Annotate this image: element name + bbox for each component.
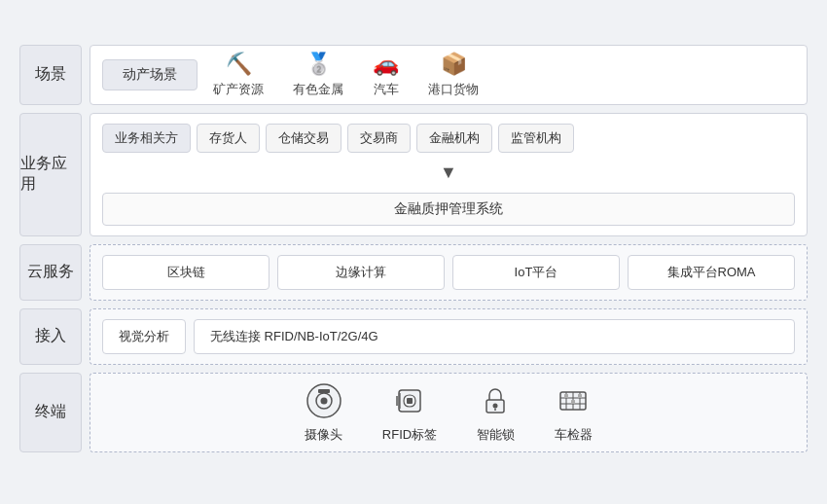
terminal-item-camera: 摄像头 (305, 381, 343, 444)
biz-top: 业务相关方 存货人 仓储交易 交易商 金融机构 监管机构 (102, 124, 795, 153)
arrow-down: ▼ (102, 162, 795, 183)
scene-items: ⛏️ 矿产资源 🥈 有色金属 🚗 汽车 📦 港口货物 (213, 52, 479, 98)
scene-item-car: 🚗 汽车 (373, 52, 399, 98)
terminal-item-lock: 智能锁 (476, 381, 515, 444)
scene-content: 动产场景 ⛏️ 矿产资源 🥈 有色金属 🚗 汽车 📦 港口货物 (90, 45, 808, 105)
cloud-content: 区块链 边缘计算 IoT平台 集成平台ROMA (90, 244, 808, 301)
access-row: 接入 视觉分析 无线连接 RFID/NB-IoT/2G/4G (19, 308, 808, 365)
biz-tag-main: 业务相关方 (102, 124, 191, 153)
access-label: 接入 (19, 308, 82, 365)
biz-tag-5: 监管机构 (498, 124, 574, 153)
biz-system: 金融质押管理系统 (102, 193, 795, 226)
terminal-item-rfid: RFID标签 (382, 381, 437, 444)
cloud-row: 云服务 区块链 边缘计算 IoT平台 集成平台ROMA (19, 244, 808, 301)
scene-main-tag: 动产场景 (102, 59, 198, 90)
terminal-label: 终端 (19, 373, 82, 452)
access-tag-1: 无线连接 RFID/NB-IoT/2G/4G (194, 319, 795, 354)
biz-row: 业务应用 业务相关方 存货人 仓储交易 交易商 金融机构 监管机构 ▼ 金融质押… (19, 113, 808, 236)
lock-icon (476, 381, 515, 420)
scene-item-label-cargo: 港口货物 (428, 81, 479, 98)
terminal-item-label-camera: 摄像头 (305, 426, 342, 444)
svg-point-2 (320, 397, 327, 404)
car-icon: 🚗 (373, 52, 399, 77)
scene-label: 场景 (19, 45, 82, 105)
terminal-item-vehicle-detector: 车检器 (554, 381, 593, 444)
scene-row: 场景 动产场景 ⛏️ 矿产资源 🥈 有色金属 🚗 汽车 📦 港口货物 (19, 45, 808, 105)
cloud-tag-0: 区块链 (102, 255, 270, 290)
rfid-icon (390, 381, 429, 420)
terminal-row: 终端 摄像头 (19, 373, 808, 452)
svg-point-9 (493, 403, 498, 408)
scene-item-cargo: 📦 港口货物 (428, 52, 479, 98)
access-content: 视觉分析 无线连接 RFID/NB-IoT/2G/4G (90, 308, 808, 365)
biz-tag-4: 金融机构 (416, 124, 492, 153)
terminal-item-label-rfid: RFID标签 (382, 426, 437, 444)
scene-item-label-mineral: 矿产资源 (213, 81, 264, 98)
access-tag-0: 视觉分析 (102, 319, 186, 354)
terminal-content: 摄像头 RFID标签 (90, 373, 808, 452)
scene-item-metal: 🥈 有色金属 (293, 52, 343, 98)
scene-item-label-car: 汽车 (374, 81, 399, 98)
biz-tag-1: 存货人 (197, 124, 260, 153)
biz-content: 业务相关方 存货人 仓储交易 交易商 金融机构 监管机构 ▼ 金融质押管理系统 (90, 113, 808, 236)
svg-rect-19 (578, 394, 582, 398)
metal-icon: 🥈 (306, 52, 332, 77)
vehicle-detector-icon (554, 381, 593, 420)
cloud-tag-3: 集成平台ROMA (628, 255, 795, 290)
terminal-item-label-lock: 智能锁 (477, 426, 515, 444)
svg-rect-5 (407, 398, 413, 404)
cloud-tag-2: IoT平台 (452, 255, 620, 290)
svg-rect-18 (571, 400, 575, 404)
camera-icon (305, 381, 343, 420)
svg-rect-3 (318, 389, 330, 393)
scene-item-mineral: ⛏️ 矿产资源 (213, 52, 264, 98)
cloud-tag-1: 边缘计算 (277, 255, 445, 290)
biz-tag-2: 仓储交易 (266, 124, 342, 153)
scene-item-label-metal: 有色金属 (293, 81, 343, 98)
svg-rect-17 (564, 394, 568, 398)
biz-tag-3: 交易商 (347, 124, 411, 153)
terminal-item-label-vehicle-detector: 车检器 (555, 426, 593, 444)
mineral-icon: ⛏️ (226, 52, 252, 77)
cargo-icon: 📦 (441, 52, 467, 77)
biz-label: 业务应用 (19, 113, 82, 236)
cloud-label: 云服务 (19, 244, 82, 301)
